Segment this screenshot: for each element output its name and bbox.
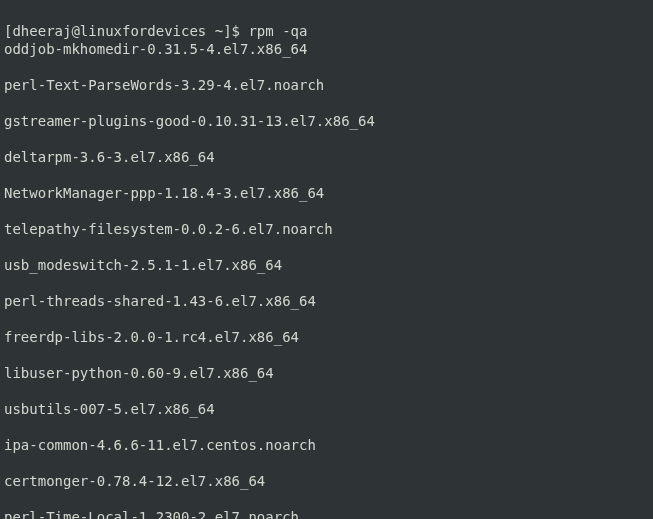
package-line: gstreamer-plugins-good-0.10.31-13.el7.x8… xyxy=(4,112,649,130)
prompt-line: [dheeraj@linuxfordevices ~]$ rpm -qa xyxy=(4,23,307,39)
terminal-window[interactable]: [dheeraj@linuxfordevices ~]$ rpm -qa odd… xyxy=(4,4,649,519)
package-line: perl-threads-shared-1.43-6.el7.x86_64 xyxy=(4,292,649,310)
package-line: NetworkManager-ppp-1.18.4-3.el7.x86_64 xyxy=(4,184,649,202)
package-line: telepathy-filesystem-0.0.2-6.el7.noarch xyxy=(4,220,649,238)
command-text: rpm -qa xyxy=(248,23,307,39)
package-line: usb_modeswitch-2.5.1-1.el7.x86_64 xyxy=(4,256,649,274)
shell-prompt: [dheeraj@linuxfordevices ~]$ xyxy=(4,23,248,39)
package-line: oddjob-mkhomedir-0.31.5-4.el7.x86_64 xyxy=(4,40,649,58)
package-line: usbutils-007-5.el7.x86_64 xyxy=(4,400,649,418)
package-line: perl-Time-Local-1.2300-2.el7.noarch xyxy=(4,508,649,519)
package-line: perl-Text-ParseWords-3.29-4.el7.noarch xyxy=(4,76,649,94)
package-line: certmonger-0.78.4-12.el7.x86_64 xyxy=(4,472,649,490)
package-line: deltarpm-3.6-3.el7.x86_64 xyxy=(4,148,649,166)
package-line: libuser-python-0.60-9.el7.x86_64 xyxy=(4,364,649,382)
package-line: ipa-common-4.6.6-11.el7.centos.noarch xyxy=(4,436,649,454)
package-line: freerdp-libs-2.0.0-1.rc4.el7.x86_64 xyxy=(4,328,649,346)
